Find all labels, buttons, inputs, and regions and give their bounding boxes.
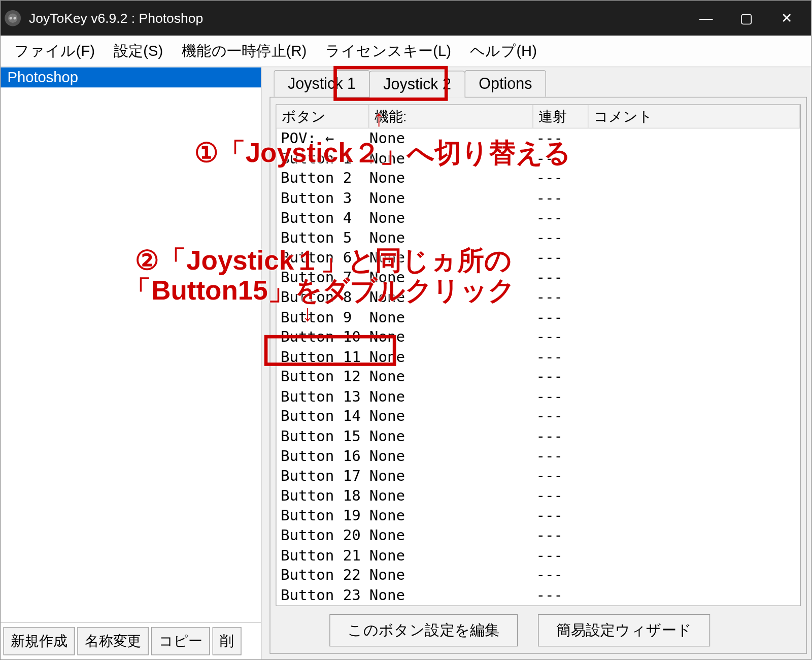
minimize-button[interactable]: —: [686, 1, 727, 36]
app-icon: [5, 10, 21, 26]
cell-function: None: [369, 525, 536, 545]
easy-setup-wizard[interactable]: 簡易設定ウィザード: [538, 614, 710, 647]
cell-function: None: [369, 486, 536, 506]
cell-button: Button 11: [279, 347, 369, 367]
profile-list[interactable]: Photoshop: [1, 68, 261, 622]
copy-profile-button[interactable]: コピー: [151, 627, 210, 655]
table-row[interactable]: Button 20None---: [277, 525, 800, 545]
table-row[interactable]: Button 8None---: [277, 287, 800, 307]
table-row[interactable]: Button 1None---: [277, 148, 800, 168]
table-row[interactable]: Button 14None---: [277, 406, 800, 426]
cell-button: Button 19: [279, 506, 369, 525]
cell-comment: [590, 426, 797, 446]
table-row[interactable]: Button 10None---: [277, 327, 800, 347]
cell-comment: [590, 268, 797, 287]
svg-point-2: [14, 17, 16, 19]
close-button[interactable]: ✕: [767, 1, 807, 36]
cell-comment: [590, 565, 797, 585]
cell-function: None: [369, 585, 536, 605]
cell-button: Button 3: [279, 188, 369, 208]
cell-function: None: [369, 188, 536, 208]
table-row[interactable]: Button 12None---: [277, 367, 800, 386]
col-function[interactable]: 機能:: [369, 105, 533, 128]
table-row[interactable]: Button 21None---: [277, 545, 800, 565]
cell-function: None: [369, 545, 536, 565]
cell-function: None: [369, 248, 536, 268]
table-row[interactable]: Button 5None---: [277, 228, 800, 248]
table-row[interactable]: Button 15None---: [277, 426, 800, 446]
table-row[interactable]: Button 24None---: [277, 605, 800, 605]
table-row[interactable]: POV: ←None---: [277, 128, 800, 148]
cell-rapid: ---: [536, 188, 590, 208]
table-body[interactable]: POV: ←None---Button 1None---Button 2None…: [277, 128, 800, 605]
mapping-table: ボタン 機能: 連射 コメント POV: ←None---Button 1Non…: [276, 104, 801, 606]
cell-rapid: ---: [536, 168, 590, 188]
cell-function: None: [369, 347, 536, 367]
cell-button: Button 8: [279, 287, 369, 307]
tab-panel: ボタン 機能: 連射 コメント POV: ←None---Button 1Non…: [269, 97, 807, 654]
table-row[interactable]: Button 11None---: [277, 347, 800, 367]
maximize-button[interactable]: ▢: [726, 1, 767, 36]
table-row[interactable]: Button 4None---: [277, 208, 800, 227]
menu-license[interactable]: ライセンスキー(L): [316, 39, 461, 64]
menu-settings[interactable]: 設定(S): [104, 39, 172, 64]
new-profile-button[interactable]: 新規作成: [4, 627, 75, 655]
rename-profile-button[interactable]: 名称変更: [77, 627, 148, 655]
cell-comment: [590, 367, 797, 386]
cell-rapid: ---: [536, 208, 590, 227]
cell-button: Button 15: [279, 426, 369, 446]
table-row[interactable]: Button 9None---: [277, 307, 800, 327]
cell-rapid: ---: [536, 268, 590, 287]
cell-rapid: ---: [536, 248, 590, 268]
cell-rapid: ---: [536, 486, 590, 506]
cell-comment: [590, 605, 797, 605]
cell-button: Button 13: [279, 386, 369, 406]
cell-rapid: ---: [536, 446, 590, 466]
cell-rapid: ---: [536, 287, 590, 307]
table-row[interactable]: Button 6None---: [277, 248, 800, 268]
col-comment[interactable]: コメント: [588, 105, 800, 128]
col-rapid[interactable]: 連射: [533, 105, 589, 128]
table-row[interactable]: Button 3None---: [277, 188, 800, 208]
cell-comment: [590, 406, 797, 426]
cell-comment: [590, 148, 797, 168]
table-row[interactable]: Button 17None---: [277, 466, 800, 486]
cell-comment: [590, 128, 797, 148]
menu-pause[interactable]: 機能の一時停止(R): [173, 39, 316, 64]
menu-file[interactable]: ファイル(F): [5, 39, 104, 64]
cell-function: None: [369, 307, 536, 327]
cell-rapid: ---: [536, 128, 590, 148]
tab-joystick2[interactable]: Joystick 2: [369, 71, 465, 97]
table-row[interactable]: Button 22None---: [277, 565, 800, 585]
menu-help[interactable]: ヘルプ(H): [460, 39, 546, 64]
edit-button-settings[interactable]: このボタン設定を編集: [329, 614, 518, 647]
cell-function: None: [369, 426, 536, 446]
profile-sidebar: Photoshop 新規作成 名称変更 コピー 削: [1, 68, 261, 659]
table-row[interactable]: Button 19None---: [277, 506, 800, 525]
menubar: ファイル(F) 設定(S) 機能の一時停止(R) ライセンスキー(L) ヘルプ(…: [1, 36, 811, 67]
profile-item-selected[interactable]: Photoshop: [1, 68, 261, 88]
table-row[interactable]: Button 7None---: [277, 268, 800, 287]
cell-function: None: [369, 605, 536, 605]
table-row[interactable]: Button 18None---: [277, 486, 800, 506]
cell-comment: [590, 525, 797, 545]
window-title: JoyToKey v6.9.2 : Photoshop: [29, 11, 686, 26]
cell-rapid: ---: [536, 605, 590, 605]
table-row[interactable]: Button 2None---: [277, 168, 800, 188]
cell-rapid: ---: [536, 525, 590, 545]
tab-joystick1[interactable]: Joystick 1: [274, 70, 369, 97]
col-button[interactable]: ボタン: [277, 105, 369, 128]
svg-point-1: [10, 17, 12, 19]
cell-button: Button 16: [279, 446, 369, 466]
table-row[interactable]: Button 13None---: [277, 386, 800, 406]
table-row[interactable]: Button 16None---: [277, 446, 800, 466]
cell-rapid: ---: [536, 386, 590, 406]
cell-function: None: [369, 327, 536, 347]
table-row[interactable]: Button 23None---: [277, 585, 800, 605]
cell-comment: [590, 446, 797, 466]
cell-button: Button 6: [279, 248, 369, 268]
tab-options[interactable]: Options: [465, 70, 547, 97]
cell-button: Button 7: [279, 268, 369, 287]
delete-profile-button[interactable]: 削: [213, 627, 242, 655]
cell-button: Button 9: [279, 307, 369, 327]
